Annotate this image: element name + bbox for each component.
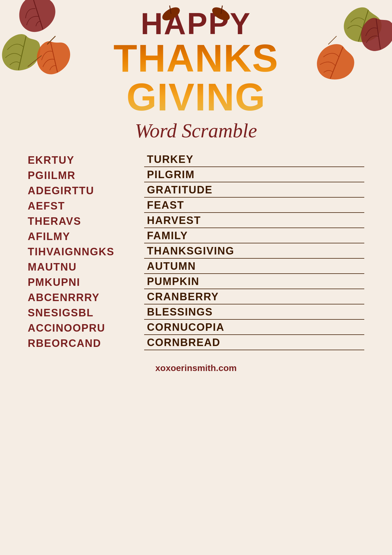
- scrambled-word: SNESIGSBL: [28, 307, 144, 319]
- word-row: SNESIGSBLBLESSINGS: [28, 306, 364, 320]
- word-row: AFILMYFAMILY: [28, 230, 364, 243]
- answer-word: CRANBERRY: [144, 291, 364, 304]
- scrambled-word: PGIILMR: [28, 170, 144, 181]
- footer: xoxoerinsmith.com: [0, 363, 392, 373]
- scrambled-word: ABCENRRRY: [28, 292, 144, 304]
- subtitle: Word Scramble: [0, 119, 392, 142]
- answer-word: BLESSINGS: [144, 306, 364, 320]
- word-row: TIHVAIGNNGKSTHANKSGIVING: [28, 245, 364, 259]
- scrambled-word: RBEORCAND: [28, 337, 144, 349]
- scrambled-word: AEFST: [28, 200, 144, 212]
- answer-word: HARVEST: [144, 215, 364, 228]
- answer-word: THANKSGIVING: [144, 245, 364, 259]
- answer-word: CORNBREAD: [144, 337, 364, 350]
- answer-word: PUMPKIN: [144, 276, 364, 289]
- scrambled-word: THERAVS: [28, 215, 144, 227]
- word-row: MAUTNUAUTUMN: [28, 260, 364, 274]
- scrambled-word: PMKUPNI: [28, 276, 144, 288]
- word-row: AEFSTFEAST: [28, 199, 364, 213]
- website-url: xoxoerinsmith.com: [155, 363, 236, 373]
- word-row: ADEGIRTTUGRATITUDE: [28, 184, 364, 198]
- scrambled-word: MAUTNU: [28, 261, 144, 273]
- giving-text: GIVING: [113, 78, 278, 117]
- header: HAPPY THANKS GIVING: [0, 0, 392, 117]
- answer-word: PILGRIM: [144, 169, 364, 182]
- scrambled-word: AFILMY: [28, 231, 144, 243]
- answer-word: FAMILY: [144, 230, 364, 243]
- word-row: ABCENRRRYCRANBERRY: [28, 291, 364, 304]
- word-row: EKRTUYTURKEY: [28, 153, 364, 167]
- answer-word: CORNUCOPIA: [144, 321, 364, 335]
- answer-word: FEAST: [144, 199, 364, 213]
- page: HAPPY THANKS GIVING Word Scramble EKRTUY…: [0, 0, 392, 555]
- scrambled-word: ADEGIRTTU: [28, 185, 144, 197]
- word-row: PGIILMRPILGRIM: [28, 169, 364, 182]
- scrambled-word: ACCINOOPRU: [28, 322, 144, 334]
- word-row: ACCINOOPRUCORNUCOPIA: [28, 321, 364, 335]
- word-row: PMKUPNIPUMPKIN: [28, 276, 364, 289]
- scrambled-word: EKRTUY: [28, 154, 144, 166]
- answer-word: GRATITUDE: [144, 184, 364, 198]
- thanks-text: THANKS: [113, 39, 278, 78]
- scrambled-word: TIHVAIGNNGKS: [28, 246, 144, 258]
- answer-word: AUTUMN: [144, 260, 364, 274]
- word-row: THERAVSHARVEST: [28, 215, 364, 228]
- title-container: HAPPY THANKS GIVING: [113, 8, 278, 117]
- answer-word: TURKEY: [144, 153, 364, 167]
- word-list: EKRTUYTURKEYPGIILMRPILGRIMADEGIRTTUGRATI…: [0, 153, 392, 352]
- word-row: RBEORCANDCORNBREAD: [28, 337, 364, 350]
